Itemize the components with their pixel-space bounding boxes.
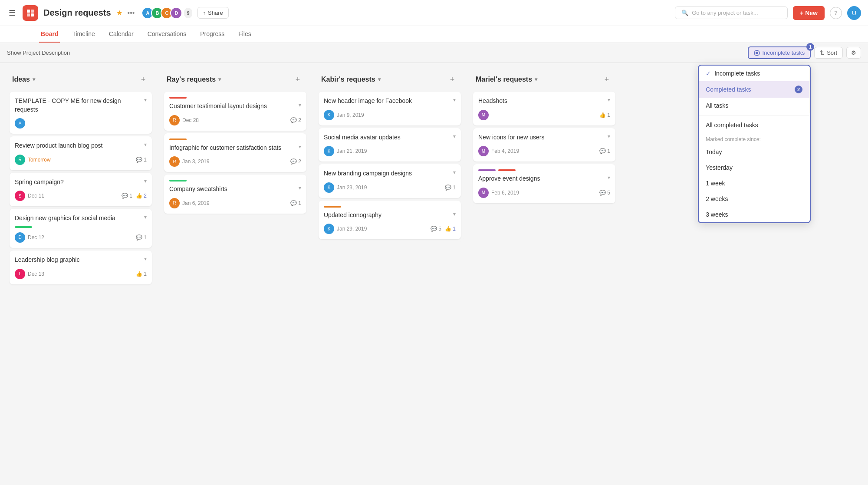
new-button[interactable]: + New (793, 6, 825, 20)
user-avatar[interactable]: U (847, 6, 861, 20)
column-kabirs-caret[interactable]: ▾ (378, 76, 381, 82)
add-card-kabirs[interactable]: + (446, 73, 458, 86)
card-new-icons: New icons for new users ▾ M Feb 4, 2019 … (473, 128, 615, 162)
dropdown-today[interactable]: Today (699, 144, 810, 160)
spring-comment[interactable]: 💬 1 (122, 193, 132, 199)
column-ideas-caret[interactable]: ▾ (33, 76, 35, 82)
tab-board[interactable]: Board (39, 26, 60, 43)
more-options-icon[interactable]: ••• (128, 9, 135, 17)
dropdown-all-completed[interactable]: All completed tasks (699, 117, 810, 133)
card-event-caret[interactable]: ▾ (608, 175, 610, 181)
card-social-caret[interactable]: ▾ (144, 214, 147, 220)
sort-label: Sort (827, 49, 837, 56)
dropdown-item-completed[interactable]: Completed tasks 2 (699, 81, 809, 98)
card-event-title: Approve event designs (478, 175, 605, 183)
add-card-mariels[interactable]: + (601, 73, 613, 86)
today-label: Today (706, 148, 722, 155)
card-template: TEMPLATE - COPY ME for new design reques… (10, 92, 152, 134)
help-button[interactable]: ? (830, 7, 842, 19)
card-infographic-actions: 💬 2 (290, 158, 301, 165)
dropdown-3weeks[interactable]: 3 weeks (699, 207, 810, 222)
card-branding-caret[interactable]: ▾ (453, 169, 456, 175)
testimonial-comment[interactable]: 💬 2 (290, 117, 301, 123)
tab-calendar[interactable]: Calendar (107, 26, 135, 43)
hamburger-icon[interactable]: ☰ (7, 7, 17, 20)
card-icon-caret[interactable]: ▾ (453, 211, 456, 217)
card-infographic-caret[interactable]: ▾ (299, 144, 301, 150)
card-headshots-caret[interactable]: ▾ (608, 97, 610, 103)
card-review-title: Review product launch blog post (15, 142, 141, 150)
show-description[interactable]: Show Project Description (7, 49, 70, 56)
card-infographic-date: Jan 3, 2019 (182, 158, 210, 165)
dropdown-item-all[interactable]: All tasks (699, 98, 809, 113)
card-testimonial-title: Customer testimonial layout designs (169, 102, 296, 111)
card-event-designs: Approve event designs ▾ M Feb 6, 2019 💬 … (473, 164, 615, 203)
card-branding-footer: K Jan 23, 2019 💬 1 (324, 182, 456, 193)
spring-like[interactable]: 👍 2 (136, 193, 147, 199)
card-fb-caret[interactable]: ▾ (453, 97, 456, 103)
icon-comment[interactable]: 💬 5 (431, 226, 441, 232)
card-spring: Spring campaign? ▾ S Dec 11 💬 1 👍 2 (10, 173, 152, 207)
card-review-caret[interactable]: ▾ (144, 142, 147, 148)
tab-files[interactable]: Files (237, 26, 253, 43)
avatar-count: 9 (184, 8, 192, 18)
card-testimonial-colorbar (169, 97, 187, 99)
dropdown-section-marked: Marked complete since: (699, 133, 810, 144)
card-template-caret[interactable]: ▾ (144, 97, 147, 103)
filter-button[interactable]: Incomplete tasks (748, 46, 811, 59)
card-newicons-caret[interactable]: ▾ (608, 133, 610, 139)
comment-action[interactable]: 💬 1 (136, 157, 147, 163)
card-headshots: Headshots ▾ M 👍 1 (473, 92, 615, 125)
view-settings-button[interactable]: ⚙ (846, 47, 861, 59)
column-mariels-caret[interactable]: ▾ (535, 76, 537, 82)
column-rays-caret[interactable]: ▾ (218, 76, 221, 82)
svg-rect-2 (27, 13, 30, 16)
infographic-comment[interactable]: 💬 2 (290, 158, 301, 165)
share-button[interactable]: ↑ Share (197, 7, 229, 19)
column-mariels-title: Mariel's requests ▾ (476, 76, 537, 83)
headshots-like[interactable]: 👍 1 (599, 112, 610, 118)
newicons-comment[interactable]: 💬 1 (599, 148, 610, 154)
filter-container: Incomplete tasks 1 ✓ Incomplete tasks Co… (748, 46, 811, 59)
tab-conversations[interactable]: Conversations (146, 26, 188, 43)
star-icon[interactable]: ★ (116, 9, 122, 17)
card-template-footer: A (15, 118, 147, 129)
icon-like[interactable]: 👍 1 (445, 226, 456, 232)
filter-badge-1: 1 (806, 43, 814, 51)
card-spring-caret[interactable]: ▾ (144, 178, 147, 184)
dropdown-yesterday[interactable]: Yesterday (699, 160, 810, 175)
add-card-rays[interactable]: + (292, 73, 304, 86)
card-av-caret[interactable]: ▾ (453, 133, 456, 139)
toolbar: Show Project Description Incomplete task… (0, 43, 868, 63)
tab-progress[interactable]: Progress (198, 26, 226, 43)
card-av-avatar: K (324, 146, 334, 156)
dropdown-item-incomplete[interactable]: ✓ Incomplete tasks (699, 66, 809, 81)
card-infographic-meta: R Jan 3, 2019 (169, 156, 210, 167)
search-bar[interactable]: 🔍 Go to any project or task... (675, 7, 788, 19)
svg-rect-1 (31, 10, 34, 13)
card-template-avatar: A (15, 118, 25, 129)
social-comment[interactable]: 💬 1 (136, 234, 147, 241)
sweatshirts-comment[interactable]: 💬 1 (290, 200, 301, 206)
dropdown-2weeks[interactable]: 2 weeks (699, 191, 810, 207)
card-testimonial-avatar: R (169, 115, 180, 125)
add-card-ideas[interactable]: + (137, 73, 149, 86)
leadership-like[interactable]: 👍 1 (136, 271, 147, 277)
card-branding-meta: K Jan 23, 2019 (324, 182, 367, 193)
card-testimonial-caret[interactable]: ▾ (299, 102, 301, 108)
event-comment[interactable]: 💬 5 (599, 190, 610, 196)
card-sweatshirts-caret[interactable]: ▾ (299, 185, 301, 191)
card-icon-actions: 💬 5 👍 1 (431, 226, 456, 232)
branding-comment[interactable]: 💬 1 (445, 185, 456, 191)
card-headshots-footer: M 👍 1 (478, 110, 610, 120)
card-facebook-header: New header image for Facebook ▾ K Jan 9,… (319, 92, 461, 125)
dropdown-1week[interactable]: 1 week (699, 175, 810, 191)
column-ideas-header: Ideas ▾ + (7, 70, 155, 89)
sort-button[interactable]: ⇅ Sort (814, 47, 843, 59)
card-leadership-caret[interactable]: ▾ (144, 256, 147, 262)
card-social-footer: D Dec 12 💬 1 (15, 232, 147, 243)
card-event-colorbars (478, 169, 610, 171)
card-spring-title: Spring campaign? (15, 178, 141, 187)
card-sweatshirts-date: Jan 6, 2019 (182, 200, 210, 206)
tab-timeline[interactable]: Timeline (70, 26, 96, 43)
